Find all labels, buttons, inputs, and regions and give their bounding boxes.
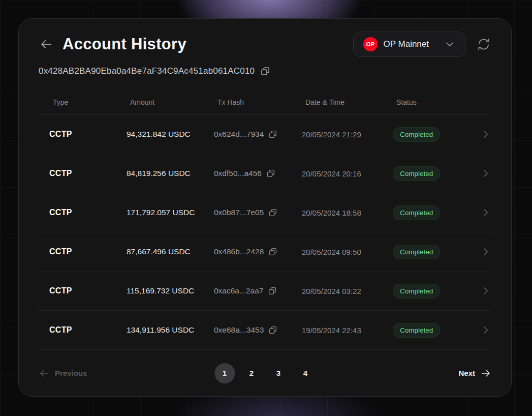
cell-status: Completed — [393, 127, 473, 142]
copy-icon — [268, 208, 277, 217]
copy-icon — [260, 66, 270, 76]
network-select[interactable]: OP OP Mainnet — [353, 32, 465, 57]
op-network-icon: OP — [363, 37, 378, 51]
tx-hash-text: 0x0b87...7e05 — [214, 208, 264, 217]
row-detail-chevron[interactable] — [473, 246, 491, 257]
cell-status: Completed — [393, 205, 473, 220]
page-title: Account History — [62, 35, 186, 53]
cell-tx-hash: 0x624d...7934 — [214, 130, 302, 139]
copy-tx-hash-button[interactable] — [268, 247, 277, 256]
cell-datetime: 20/05/2024 20:16 — [302, 169, 393, 178]
cell-status: Completed — [393, 166, 473, 181]
table-body: CCTP 94,321.842 USDC 0x624d...7934 20/05… — [39, 115, 491, 350]
cell-type: CCTP — [49, 208, 127, 217]
chevron-right-icon — [480, 129, 491, 140]
cell-amount: 134,911.956 USDC — [127, 325, 214, 335]
table-row[interactable]: CCTP 87,667.496 USDC 0x486b...2428 20/05… — [39, 232, 491, 272]
row-detail-chevron[interactable] — [473, 168, 491, 179]
column-header-status: Status — [396, 98, 473, 106]
page-button-3[interactable]: 3 — [268, 363, 289, 383]
table-row[interactable]: CCTP 115,169.732 USDC 0xac6a...2aa7 20/0… — [39, 272, 491, 311]
cell-tx-hash: 0xdf50...a456 — [214, 169, 302, 178]
page-button-1[interactable]: 1 — [214, 363, 235, 383]
previous-label: Previous — [55, 369, 87, 377]
wallet-address: 0x428AB2BA90Eba0a4Be7aF34C9Ac451ab061AC0… — [39, 66, 255, 76]
chevron-right-icon — [480, 168, 491, 179]
previous-page-button[interactable]: Previous — [39, 368, 87, 379]
chevron-right-icon — [480, 324, 491, 336]
tx-hash-text: 0x486b...2428 — [214, 247, 264, 256]
arrow-right-icon — [480, 368, 491, 379]
refresh-icon — [477, 38, 490, 51]
chevron-down-icon — [444, 39, 455, 50]
account-history-card: Account History OP OP Mainnet 0x4 — [18, 18, 512, 397]
cell-status: Completed — [393, 284, 473, 299]
chevron-right-icon — [480, 246, 491, 257]
cell-type: CCTP — [49, 286, 127, 295]
table-row[interactable]: CCTP 84,819.256 USDC 0xdf50...a456 20/05… — [39, 154, 491, 193]
cell-status: Completed — [393, 245, 473, 259]
cell-datetime: 20/05/2024 18:58 — [302, 209, 393, 217]
transactions-table: TypeAmountTx HashDate & TimeStatus CCTP … — [39, 78, 491, 350]
cell-type: CCTP — [49, 130, 127, 139]
copy-address-button[interactable] — [260, 66, 271, 77]
row-detail-chevron[interactable] — [473, 129, 491, 140]
copy-tx-hash-button[interactable] — [268, 325, 277, 335]
column-header-amount: Amount — [130, 98, 217, 106]
row-detail-chevron[interactable] — [473, 324, 491, 336]
pagination: Previous 1234 Next — [39, 350, 491, 396]
cell-datetime: 19/05/2024 22:43 — [302, 326, 393, 335]
status-badge: Completed — [393, 245, 440, 259]
cell-amount: 94,321.842 USDC — [127, 130, 214, 139]
status-badge: Completed — [393, 284, 440, 299]
cell-type: CCTP — [49, 169, 127, 178]
back-arrow-icon — [39, 37, 53, 51]
table-row[interactable]: CCTP 134,911.956 USDC 0xe68a...3453 19/0… — [39, 311, 491, 350]
back-button[interactable] — [39, 37, 54, 52]
copy-icon — [268, 286, 277, 295]
cell-datetime: 20/05/2024 03:22 — [302, 287, 393, 295]
status-badge: Completed — [393, 205, 440, 220]
refresh-button[interactable] — [476, 37, 491, 52]
cell-tx-hash: 0xac6a...2aa7 — [214, 286, 302, 295]
column-header-type: Type — [53, 98, 130, 106]
cell-datetime: 20/05/2024 21:29 — [302, 130, 393, 139]
table-row[interactable]: CCTP 94,321.842 USDC 0x624d...7934 20/05… — [39, 115, 491, 154]
page-button-2[interactable]: 2 — [241, 363, 262, 383]
cell-tx-hash: 0x486b...2428 — [214, 247, 302, 256]
cell-type: CCTP — [49, 325, 127, 335]
next-label: Next — [458, 369, 475, 377]
tx-hash-text: 0xac6a...2aa7 — [214, 286, 263, 295]
column-header-tx-hash: Tx Hash — [217, 98, 305, 106]
cell-tx-hash: 0xe68a...3453 — [214, 325, 302, 335]
tx-hash-text: 0x624d...7934 — [214, 130, 264, 139]
copy-icon — [268, 325, 277, 335]
cell-amount: 115,169.732 USDC — [127, 286, 214, 295]
pagination-pages: 1234 — [214, 363, 316, 383]
copy-tx-hash-button[interactable] — [266, 169, 275, 178]
wallet-address-row: 0x428AB2BA90Eba0a4Be7aF34C9Ac451ab061AC0… — [39, 65, 491, 78]
next-page-button[interactable]: Next — [458, 368, 491, 379]
copy-tx-hash-button[interactable] — [268, 208, 277, 217]
cell-datetime: 20/05/2024 09:50 — [302, 248, 393, 256]
copy-tx-hash-button[interactable] — [268, 130, 277, 139]
tx-hash-text: 0xe68a...3453 — [214, 325, 264, 335]
table-row[interactable]: CCTP 171,792.057 USDC 0x0b87...7e05 20/0… — [39, 193, 491, 232]
chevron-right-icon — [480, 207, 491, 218]
row-detail-chevron[interactable] — [473, 285, 491, 296]
cell-amount: 84,819.256 USDC — [127, 169, 214, 178]
status-badge: Completed — [393, 323, 440, 338]
tx-hash-text: 0xdf50...a456 — [214, 169, 262, 178]
column-header-date-time: Date & Time — [305, 98, 396, 106]
card-header: Account History OP OP Mainnet — [39, 31, 491, 57]
cell-status: Completed — [393, 323, 473, 338]
copy-icon — [268, 247, 277, 256]
cell-amount: 171,792.057 USDC — [127, 208, 214, 217]
row-detail-chevron[interactable] — [473, 207, 491, 218]
chevron-right-icon — [480, 285, 491, 296]
page-button-4[interactable]: 4 — [295, 363, 316, 383]
arrow-left-icon — [39, 368, 50, 379]
copy-tx-hash-button[interactable] — [268, 286, 277, 295]
status-badge: Completed — [393, 166, 440, 181]
cell-amount: 87,667.496 USDC — [127, 247, 214, 256]
